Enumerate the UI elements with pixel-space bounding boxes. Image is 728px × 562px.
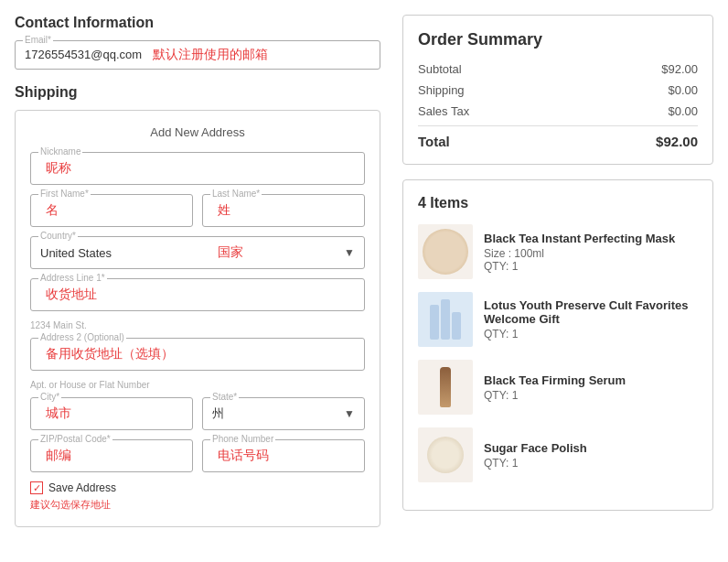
nickname-row: Nickname 昵称 <box>30 152 365 185</box>
contact-section: Contact Information Email* 1726554531@qq… <box>15 15 380 70</box>
zip-phone-row: ZIP/Postal Code* 邮编 Phone Number 电话号码 <box>30 439 365 472</box>
shipping-section: Shipping Add New Address Nickname 昵称 Fir… <box>15 84 380 527</box>
product-size-1: Size : 100ml <box>484 247 675 260</box>
address1-field[interactable]: Address Line 1* 收货地址 <box>30 278 365 311</box>
email-label: Email* <box>23 35 53 45</box>
list-item: Sugar Face Polish QTY: 1 <box>418 427 698 482</box>
subtotal-label: Subtotal <box>418 62 462 76</box>
product-info-2: Lotus Youth Preserve Cult Favorites Welc… <box>484 298 698 340</box>
subtotal-value: $92.00 <box>661 62 698 76</box>
country-value: United States <box>40 246 112 260</box>
country-row: Country* United States 国家 ▼ <box>30 236 365 269</box>
state-label: State* <box>210 392 239 402</box>
total-row: Total $92.00 <box>418 134 698 149</box>
address2-row: Address 2 (Optional) 备用收货地址（选填） <box>30 338 365 371</box>
list-item: Lotus Youth Preserve Cult Favorites Welc… <box>418 292 698 347</box>
country-dropdown-icon: ▼ <box>344 246 355 259</box>
product-image-3 <box>418 360 473 415</box>
total-value: $92.00 <box>656 134 698 149</box>
zip-label: ZIP/Postal Code* <box>38 434 112 444</box>
save-address-checkbox[interactable]: ✓ <box>30 481 43 494</box>
polish-icon <box>427 437 464 473</box>
phone-label: Phone Number <box>210 434 275 444</box>
address1-row: Address Line 1* 收货地址 <box>30 278 365 311</box>
product-image-2 <box>418 292 473 347</box>
last-name-label: Last Name* <box>210 189 262 199</box>
phone-field[interactable]: Phone Number 电话号码 <box>202 439 365 472</box>
address2-field[interactable]: Address 2 (Optional) 备用收货地址（选填） <box>30 338 365 371</box>
address-form: Add New Address Nickname 昵称 First Name* … <box>15 110 380 527</box>
items-section: 4 Items Black Tea Instant Perfecting Mas… <box>402 179 713 511</box>
product-qty-2: QTY: 1 <box>484 328 698 340</box>
email-cn-hint: 默认注册使用的邮箱 <box>153 47 268 61</box>
bottles-icon <box>430 299 461 340</box>
save-hint: 建议勾选保存地址 <box>30 498 365 512</box>
checkmark-icon: ✓ <box>33 482 41 494</box>
form-title: Add New Address <box>30 125 365 139</box>
total-label: Total <box>418 134 450 149</box>
product-name-3: Black Tea Firming Serum <box>484 373 626 387</box>
product-qty-1: QTY: 1 <box>484 260 675 273</box>
product-info-3: Black Tea Firming Serum QTY: 1 <box>484 373 626 402</box>
address2-label: Address 2 (Optional) <box>38 332 126 342</box>
first-name-field[interactable]: First Name* 名 <box>30 194 193 227</box>
order-summary-section: Order Summary Subtotal $92.00 Shipping $… <box>402 15 713 165</box>
phone-cn: 电话号码 <box>218 448 269 462</box>
city-state-row: City* 城市 State* 州 ▼ <box>30 397 365 430</box>
items-title: 4 Items <box>418 195 698 211</box>
email-value: 1726554531@qq.com <box>25 48 142 61</box>
city-cn: 城市 <box>46 405 71 420</box>
product-qty-3: QTY: 1 <box>484 389 626 402</box>
country-field[interactable]: Country* United States 国家 ▼ <box>30 236 365 269</box>
product-image-1 <box>418 224 473 279</box>
product-name-2: Lotus Youth Preserve Cult Favorites Welc… <box>484 298 698 326</box>
cream-icon <box>423 229 468 275</box>
zip-cn: 邮编 <box>46 448 71 462</box>
address1-cn: 收货地址 <box>46 286 97 301</box>
country-cn: 国家 <box>218 244 243 261</box>
product-name-4: Sugar Face Polish <box>484 441 587 455</box>
city-label: City* <box>38 392 61 402</box>
save-address-row[interactable]: ✓ Save Address <box>30 481 365 494</box>
state-dropdown-icon: ▼ <box>344 407 355 420</box>
subtotal-row: Subtotal $92.00 <box>418 62 698 76</box>
shipping-value: $0.00 <box>668 83 698 97</box>
nickname-field[interactable]: Nickname 昵称 <box>30 152 365 185</box>
list-item: Black Tea Firming Serum QTY: 1 <box>418 360 698 415</box>
save-address-label: Save Address <box>48 481 116 494</box>
shipping-label: Shipping <box>418 83 465 97</box>
nickname-label: Nickname <box>38 146 82 157</box>
last-name-field[interactable]: Last Name* 姓 <box>202 194 365 227</box>
city-field[interactable]: City* 城市 <box>30 397 193 430</box>
product-qty-4: QTY: 1 <box>484 457 587 470</box>
address2-cn: 备用收货地址（选填） <box>46 346 174 361</box>
tax-value: $0.00 <box>668 104 698 118</box>
nickname-cn: 昵称 <box>46 160 71 175</box>
address1-label: Address Line 1* <box>38 273 107 283</box>
first-name-label: First Name* <box>38 189 91 199</box>
summary-divider <box>418 125 698 126</box>
tax-label: Sales Tax <box>418 104 469 118</box>
country-label: Country* <box>38 231 78 241</box>
state-value: 州 <box>212 405 224 422</box>
address2-subtext: Apt. or House or Flat Number <box>30 380 365 390</box>
address1-subtext: 1234 Main St. <box>30 320 365 330</box>
shipping-title: Shipping <box>15 84 380 101</box>
tax-row: Sales Tax $0.00 <box>418 104 698 118</box>
serum-icon <box>440 367 451 407</box>
shipping-row: Shipping $0.00 <box>418 83 698 97</box>
contact-title: Contact Information <box>15 15 380 31</box>
product-info-4: Sugar Face Polish QTY: 1 <box>484 441 587 470</box>
product-info-1: Black Tea Instant Perfecting Mask Size :… <box>484 232 675 273</box>
last-name-cn: 姓 <box>218 202 230 217</box>
product-name-1: Black Tea Instant Perfecting Mask <box>484 232 675 245</box>
zip-field[interactable]: ZIP/Postal Code* 邮编 <box>30 439 193 472</box>
email-field[interactable]: Email* 1726554531@qq.com 默认注册使用的邮箱 <box>15 40 380 70</box>
order-summary-title: Order Summary <box>418 30 698 49</box>
first-name-cn: 名 <box>46 202 59 217</box>
state-field[interactable]: State* 州 ▼ <box>202 397 365 430</box>
product-image-4 <box>418 427 473 482</box>
name-row: First Name* 名 Last Name* 姓 <box>30 194 365 227</box>
list-item: Black Tea Instant Perfecting Mask Size :… <box>418 224 698 279</box>
